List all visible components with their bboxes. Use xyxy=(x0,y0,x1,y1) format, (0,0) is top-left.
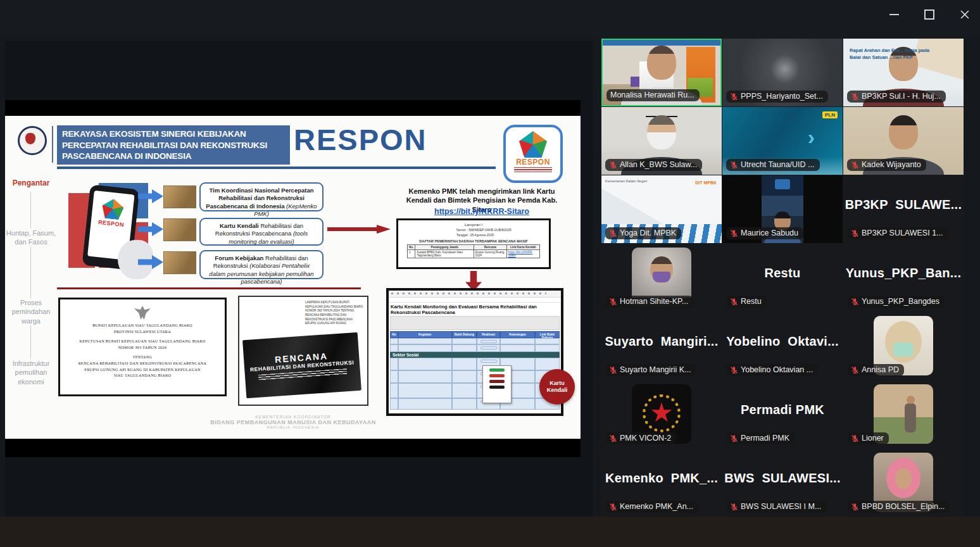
respon-mini-word: RESPON xyxy=(91,218,132,229)
popup-option-maroon xyxy=(489,380,505,383)
window-titlebar xyxy=(0,0,980,38)
decree-line: ERUPSI GUNUNG API RUANG DI KABUPATEN KEP… xyxy=(60,367,225,373)
spreadsheet-cell xyxy=(390,398,398,410)
mic-off-icon xyxy=(851,92,859,101)
spreadsheet-cell xyxy=(535,344,560,352)
slide-title: REKAYASA EKOSISTEM SINERGI KEBIJAKAN PER… xyxy=(57,125,290,165)
participant-name-label: BP3KP SULAWESI 1... xyxy=(847,227,948,239)
participant-name-label: Maurice Sabudu xyxy=(726,227,803,239)
background-slide-text: Rapat Arahan dan Eva... Kerja pada Balai… xyxy=(850,47,929,61)
participant-tile[interactable]: Rapat Arahan dan Eva... Kerja pada Balai… xyxy=(843,39,964,106)
participant-name-text: Yoga Dit. MPBK xyxy=(620,229,676,237)
participant-name-label: Restu xyxy=(726,296,767,308)
participant-display-name: Permadi PMK xyxy=(722,380,843,439)
participant-tile[interactable]: Allan K_BWS Sulaw... xyxy=(601,107,722,175)
popup-option-green xyxy=(489,368,505,372)
spreadsheet-cell xyxy=(398,338,452,344)
dit-mpbk-logo: DIT MPBK xyxy=(695,180,717,185)
spreadsheet-section-row: Sektor Sosial xyxy=(390,352,560,358)
nomor-label: Nomor xyxy=(456,228,466,232)
participant-tile[interactable]: Restu Restu xyxy=(722,244,843,311)
participant-name-label: Allan K_BWS Sulaw... xyxy=(605,159,702,171)
minimize-icon xyxy=(889,14,899,15)
lampiran-cell: https://bit.ly/KKRR-Sitaro xyxy=(506,250,539,258)
spreadsheet-header-row: NoKegiatanBukti DukungRealisasiKeteranga… xyxy=(390,331,560,338)
participant-name-label: Annisa PD xyxy=(847,364,904,376)
participant-name-text: Kemenko PMK_An... xyxy=(620,502,693,511)
photo-thumbnail-2 xyxy=(163,218,196,241)
mic-off-icon xyxy=(730,434,738,443)
mic-off-icon xyxy=(851,161,859,169)
mic-off-icon xyxy=(851,298,859,306)
participant-name-label: PMK VICON-2 xyxy=(605,432,676,444)
kemendagri-text: Kementerian Dalam Negeri xyxy=(605,179,647,183)
participant-tile[interactable]: PLN› Utrecht Tauna/UID ... xyxy=(722,107,843,175)
decree-line: BUPATI KEPULAUAN SIAU TAGULANDANG BIARO xyxy=(60,322,225,329)
participant-tile[interactable]: BP3KP SULAWE... BP3KP SULAWESI 1... xyxy=(843,175,964,243)
participant-tile[interactable]: Monalisa Herawati Ru... xyxy=(601,39,722,106)
lampiran-cell: 1 xyxy=(408,250,415,258)
section-divider-line xyxy=(57,287,361,289)
participant-tile[interactable]: Permadi PMK Permadi PMK xyxy=(722,380,843,448)
close-button[interactable] xyxy=(956,8,974,22)
participant-tile[interactable]: Lioner xyxy=(843,380,964,448)
participant-tile[interactable]: Kadek Wijayanto xyxy=(843,107,964,175)
mic-off-icon xyxy=(730,298,738,306)
participant-name-text: Yobelino Oktavian ... xyxy=(741,365,813,374)
maximize-icon xyxy=(924,9,934,20)
participant-tile[interactable]: Maurice Sabudu xyxy=(722,175,843,243)
participant-name-text: BPBD BOLSEL_Elpin... xyxy=(862,502,945,511)
participant-name-label: Yunus_PKP_Bangdes xyxy=(847,296,945,308)
participant-name-text: Restu xyxy=(741,297,762,306)
spreadsheet-col-header: Keterangan xyxy=(500,331,534,338)
spreadsheet-cell xyxy=(398,370,452,383)
participant-name-text: Maurice Sabudu xyxy=(741,229,798,237)
lampiran-col-header: Link Kartu Kendali xyxy=(506,245,539,250)
flow-box-3-bold: Forum Kebijakan xyxy=(215,255,265,261)
participant-tile[interactable]: PMK VICON-2 xyxy=(601,380,722,448)
participant-name-label: Monalisa Herawati Ru... xyxy=(606,89,700,101)
spreadsheet-cell xyxy=(398,358,452,370)
spreadsheet-cell xyxy=(398,344,452,352)
decree-line: TENTANG xyxy=(60,354,225,360)
minimize-button[interactable] xyxy=(885,8,903,22)
lampiran-col-header: Penanggung Jawab xyxy=(415,245,474,250)
participant-name-label: PPPS_Hariyanto_Set... xyxy=(726,91,828,103)
participant-tile[interactable]: Yobelino Oktavi... Yobelino Oktavian ... xyxy=(722,312,843,380)
spreadsheet-cell xyxy=(452,398,477,410)
spreadsheet-row xyxy=(390,383,560,398)
kartu-kendali-link[interactable]: https://bit.ly/KKRR-Sitaro xyxy=(434,207,529,216)
participant-tile[interactable]: Kementerian Dalam NegeriDIT MPBK Yoga Di… xyxy=(601,175,722,243)
participant-tile[interactable]: Yunus_PKP_Ban... Yunus_PKP_Bangdes xyxy=(843,244,964,311)
respon-mini-logo xyxy=(101,198,124,220)
shared-screen[interactable]: REKAYASA EKOSISTEM SINERGI KEBIJAKAN PER… xyxy=(5,41,593,517)
participant-tile[interactable]: Annisa PD xyxy=(843,312,964,380)
lampiran-cell: Erupsi Gunung Ruang, 2024 xyxy=(474,250,506,258)
mic-off-icon xyxy=(730,161,738,169)
lampiran-table-title: DAFTAR PEMERINTAH DAERAH TERDAMPAK BENCA… xyxy=(398,239,549,243)
lampiran-table: No.Penanggung JawabBencanaLink Kartu Ken… xyxy=(407,244,540,258)
participant-name-text: Allan K_BWS Sulaw... xyxy=(620,160,697,169)
mic-off-icon xyxy=(730,92,738,101)
footer-line-1: KEMENTERIAN KOORDINATOR xyxy=(170,415,417,419)
mic-off-icon xyxy=(730,366,738,374)
red-arrow-right xyxy=(327,225,391,234)
mic-off-icon xyxy=(851,366,859,374)
decree-line: KEPUTUSAN BUPATI KEPULAUAN SIAU TAGULAND… xyxy=(60,338,225,344)
participant-tile[interactable]: BWS SULAWESI... BWS SULAWESI I M... xyxy=(722,449,843,517)
spreadsheet-cell xyxy=(477,338,500,344)
participant-display-name: Restu xyxy=(722,244,843,303)
participant-tile[interactable]: Hotman Sihite-KP... xyxy=(601,244,722,311)
sidebar-item-infrastruktur: Infrastruktur pemulihan ekonomi xyxy=(5,359,57,386)
participants-grid: Monalisa Herawati Ru... PPPS_Hariyanto_S… xyxy=(601,39,964,517)
participant-tile[interactable]: Suyarto Mangiri... Suyarto Mangirii K... xyxy=(601,312,722,380)
garuda-emblem-icon xyxy=(134,306,151,320)
participant-tile[interactable]: BPBD BOLSEL_Elpin... xyxy=(843,449,964,517)
maximize-button[interactable] xyxy=(920,8,938,22)
participant-tile[interactable]: PPPS_Hariyanto_Set... xyxy=(722,39,843,106)
spreadsheet-title: Kartu Kendali Monitoring dan Evaluasi Be… xyxy=(389,303,561,316)
participant-name-text: Permadi PMK xyxy=(741,434,789,443)
participant-tile[interactable]: Kemenko PMK_... Kemenko PMK_An... xyxy=(601,449,722,517)
participant-name-label: Suyarto Mangirii K... xyxy=(605,364,696,376)
decree-line: SIAU TAGULANDANG BIARO xyxy=(60,372,225,379)
